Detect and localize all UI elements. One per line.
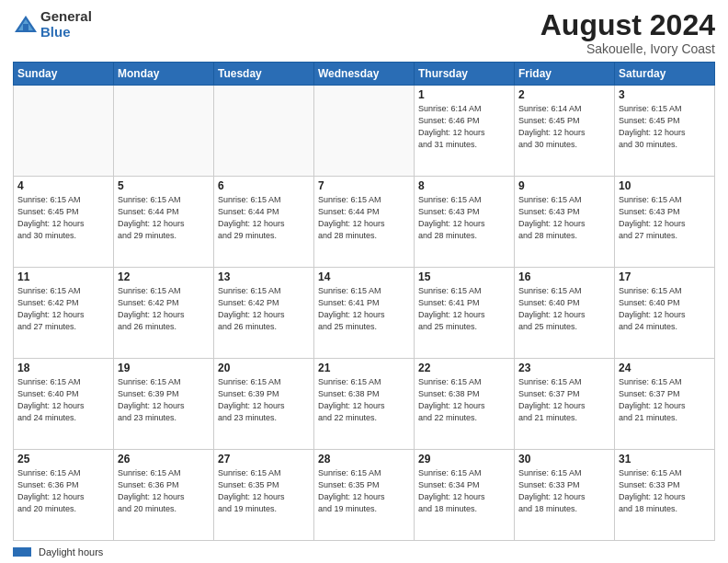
- day-number: 20: [218, 362, 310, 374]
- table-row: 12Sunrise: 6:15 AM Sunset: 6:42 PM Dayli…: [114, 268, 214, 359]
- calendar-week-2: 4Sunrise: 6:15 AM Sunset: 6:45 PM Daylig…: [14, 177, 715, 268]
- col-header-wednesday: Wednesday: [314, 63, 415, 86]
- table-row: 14Sunrise: 6:15 AM Sunset: 6:41 PM Dayli…: [314, 268, 415, 359]
- day-info: Sunrise: 6:15 AM Sunset: 6:39 PM Dayligh…: [218, 376, 310, 424]
- day-info: Sunrise: 6:15 AM Sunset: 6:42 PM Dayligh…: [218, 285, 310, 333]
- day-number: 31: [619, 453, 711, 465]
- day-info: Sunrise: 6:15 AM Sunset: 6:42 PM Dayligh…: [17, 285, 109, 333]
- month-title: August 2024: [540, 9, 715, 41]
- day-info: Sunrise: 6:15 AM Sunset: 6:43 PM Dayligh…: [518, 194, 610, 242]
- day-info: Sunrise: 6:15 AM Sunset: 6:44 PM Dayligh…: [318, 194, 410, 242]
- table-row: 7Sunrise: 6:15 AM Sunset: 6:44 PM Daylig…: [314, 177, 415, 268]
- day-number: 19: [118, 362, 210, 374]
- day-info: Sunrise: 6:15 AM Sunset: 6:35 PM Dayligh…: [318, 467, 410, 515]
- calendar-table: Sunday Monday Tuesday Wednesday Thursday…: [13, 62, 715, 541]
- day-number: 22: [418, 362, 510, 374]
- day-info: Sunrise: 6:14 AM Sunset: 6:46 PM Dayligh…: [418, 103, 510, 151]
- day-info: Sunrise: 6:15 AM Sunset: 6:45 PM Dayligh…: [17, 194, 109, 242]
- table-row: 10Sunrise: 6:15 AM Sunset: 6:43 PM Dayli…: [615, 177, 715, 268]
- day-number: 15: [418, 270, 510, 283]
- day-number: 30: [518, 453, 610, 465]
- calendar-header-row: Sunday Monday Tuesday Wednesday Thursday…: [14, 63, 715, 86]
- day-info: Sunrise: 6:15 AM Sunset: 6:45 PM Dayligh…: [619, 103, 711, 151]
- day-info: Sunrise: 6:15 AM Sunset: 6:40 PM Dayligh…: [518, 285, 610, 333]
- day-number: 12: [118, 270, 210, 283]
- table-row: 28Sunrise: 6:15 AM Sunset: 6:35 PM Dayli…: [314, 450, 415, 541]
- daylight-swatch: [13, 547, 31, 557]
- table-row: 1Sunrise: 6:14 AM Sunset: 6:46 PM Daylig…: [415, 86, 515, 177]
- day-number: 11: [17, 270, 109, 283]
- table-row: 4Sunrise: 6:15 AM Sunset: 6:45 PM Daylig…: [14, 177, 114, 268]
- day-info: Sunrise: 6:15 AM Sunset: 6:36 PM Dayligh…: [17, 467, 109, 515]
- table-row: [314, 86, 415, 177]
- day-number: 29: [418, 453, 510, 465]
- footer-label: Daylight hours: [39, 546, 103, 557]
- logo-blue-text: Blue: [40, 25, 92, 40]
- header: General Blue August 2024 Sakouelle, Ivor…: [13, 9, 715, 56]
- day-number: 8: [418, 179, 510, 192]
- table-row: 22Sunrise: 6:15 AM Sunset: 6:38 PM Dayli…: [415, 359, 515, 450]
- svg-rect-2: [23, 24, 28, 32]
- day-number: 2: [518, 88, 610, 101]
- day-number: 3: [619, 88, 711, 101]
- day-number: 28: [318, 453, 410, 465]
- day-number: 16: [518, 270, 610, 283]
- day-info: Sunrise: 6:15 AM Sunset: 6:41 PM Dayligh…: [318, 285, 410, 333]
- day-number: 24: [619, 362, 711, 374]
- table-row: 31Sunrise: 6:15 AM Sunset: 6:33 PM Dayli…: [615, 450, 715, 541]
- page: General Blue August 2024 Sakouelle, Ivor…: [0, 0, 728, 563]
- table-row: [14, 86, 114, 177]
- table-row: 20Sunrise: 6:15 AM Sunset: 6:39 PM Dayli…: [214, 359, 314, 450]
- day-number: 26: [118, 453, 210, 465]
- day-info: Sunrise: 6:15 AM Sunset: 6:37 PM Dayligh…: [518, 376, 610, 424]
- table-row: 9Sunrise: 6:15 AM Sunset: 6:43 PM Daylig…: [515, 177, 615, 268]
- day-info: Sunrise: 6:15 AM Sunset: 6:42 PM Dayligh…: [118, 285, 210, 333]
- calendar-week-3: 11Sunrise: 6:15 AM Sunset: 6:42 PM Dayli…: [14, 268, 715, 359]
- table-row: [114, 86, 214, 177]
- day-info: Sunrise: 6:15 AM Sunset: 6:44 PM Dayligh…: [118, 194, 210, 242]
- table-row: 6Sunrise: 6:15 AM Sunset: 6:44 PM Daylig…: [214, 177, 314, 268]
- day-number: 27: [218, 453, 310, 465]
- day-info: Sunrise: 6:15 AM Sunset: 6:44 PM Dayligh…: [218, 194, 310, 242]
- day-info: Sunrise: 6:15 AM Sunset: 6:38 PM Dayligh…: [418, 376, 510, 424]
- table-row: 13Sunrise: 6:15 AM Sunset: 6:42 PM Dayli…: [214, 268, 314, 359]
- day-number: 6: [218, 179, 310, 192]
- table-row: 30Sunrise: 6:15 AM Sunset: 6:33 PM Dayli…: [515, 450, 615, 541]
- day-number: 14: [318, 270, 410, 283]
- table-row: 17Sunrise: 6:15 AM Sunset: 6:40 PM Dayli…: [615, 268, 715, 359]
- day-number: 4: [17, 179, 109, 192]
- day-info: Sunrise: 6:15 AM Sunset: 6:40 PM Dayligh…: [619, 285, 711, 333]
- col-header-monday: Monday: [114, 63, 214, 86]
- table-row: 23Sunrise: 6:15 AM Sunset: 6:37 PM Dayli…: [515, 359, 615, 450]
- day-info: Sunrise: 6:15 AM Sunset: 6:34 PM Dayligh…: [418, 467, 510, 515]
- table-row: 24Sunrise: 6:15 AM Sunset: 6:37 PM Dayli…: [615, 359, 715, 450]
- calendar-week-4: 18Sunrise: 6:15 AM Sunset: 6:40 PM Dayli…: [14, 359, 715, 450]
- day-info: Sunrise: 6:15 AM Sunset: 6:40 PM Dayligh…: [17, 376, 109, 424]
- day-number: 21: [318, 362, 410, 374]
- day-info: Sunrise: 6:15 AM Sunset: 6:43 PM Dayligh…: [619, 194, 711, 242]
- calendar-week-5: 25Sunrise: 6:15 AM Sunset: 6:36 PM Dayli…: [14, 450, 715, 541]
- table-row: 8Sunrise: 6:15 AM Sunset: 6:43 PM Daylig…: [415, 177, 515, 268]
- table-row: 3Sunrise: 6:15 AM Sunset: 6:45 PM Daylig…: [615, 86, 715, 177]
- day-number: 10: [619, 179, 711, 192]
- calendar-week-1: 1Sunrise: 6:14 AM Sunset: 6:46 PM Daylig…: [14, 86, 715, 177]
- table-row: 15Sunrise: 6:15 AM Sunset: 6:41 PM Dayli…: [415, 268, 515, 359]
- logo-text: General Blue: [40, 9, 92, 40]
- day-info: Sunrise: 6:15 AM Sunset: 6:39 PM Dayligh…: [118, 376, 210, 424]
- day-info: Sunrise: 6:15 AM Sunset: 6:38 PM Dayligh…: [318, 376, 410, 424]
- table-row: 25Sunrise: 6:15 AM Sunset: 6:36 PM Dayli…: [14, 450, 114, 541]
- table-row: 29Sunrise: 6:15 AM Sunset: 6:34 PM Dayli…: [415, 450, 515, 541]
- day-info: Sunrise: 6:14 AM Sunset: 6:45 PM Dayligh…: [518, 103, 610, 151]
- col-header-tuesday: Tuesday: [214, 63, 314, 86]
- logo-general-text: General: [40, 9, 92, 25]
- day-info: Sunrise: 6:15 AM Sunset: 6:43 PM Dayligh…: [418, 194, 510, 242]
- table-row: 21Sunrise: 6:15 AM Sunset: 6:38 PM Dayli…: [314, 359, 415, 450]
- table-row: 27Sunrise: 6:15 AM Sunset: 6:35 PM Dayli…: [214, 450, 314, 541]
- logo-icon: [13, 12, 39, 38]
- day-number: 18: [17, 362, 109, 374]
- table-row: [214, 86, 314, 177]
- day-number: 13: [218, 270, 310, 283]
- footer: Daylight hours: [13, 545, 715, 557]
- day-number: 9: [518, 179, 610, 192]
- day-number: 17: [619, 270, 711, 283]
